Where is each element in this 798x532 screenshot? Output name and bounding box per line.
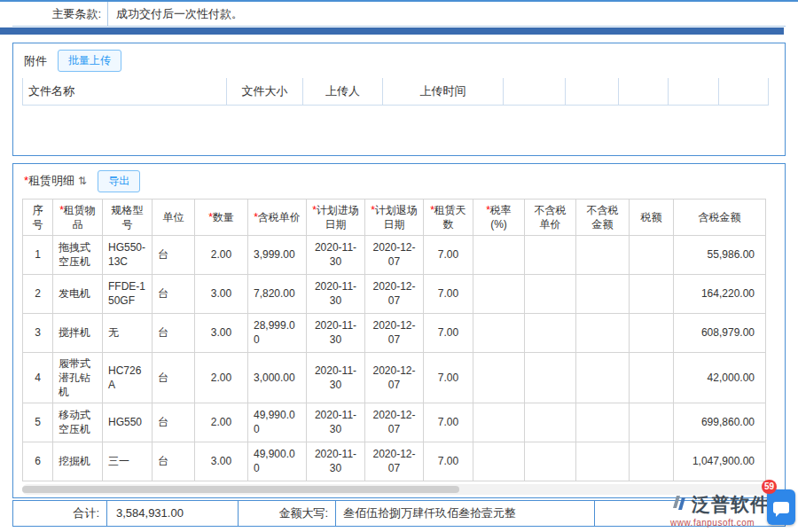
att-col-upload-time: 上传时间 <box>383 78 504 105</box>
att-col-filesize: 文件大小 <box>227 78 303 105</box>
batch-upload-button[interactable]: 批量上传 <box>58 50 121 72</box>
brand-watermark: 泛普软件 www.fanpusoft.com <box>670 492 770 528</box>
col-amount-no-tax: 不含税金额 <box>576 199 630 235</box>
rental-cell-unit: 台 <box>153 313 195 352</box>
rental-cell-item: 移动式空压机 <box>53 403 103 442</box>
rental-cell-index: 5 <box>23 403 53 442</box>
rental-cell-tax <box>630 352 674 403</box>
rental-cell-amount-with-tax: 55,986.00 <box>674 235 766 274</box>
col-label: 计划退场日期 <box>375 204 418 231</box>
rental-cell-price-with-tax: 49,990.00 <box>248 403 307 442</box>
col-label: 计划进场日期 <box>317 204 359 231</box>
col-tax: 税额 <box>630 199 674 235</box>
rental-cell-qty: 3.00 <box>195 442 248 481</box>
col-qty: *数量 <box>195 199 248 235</box>
terms-row: 主要条款: 成功交付后一次性付款。 <box>12 2 786 27</box>
col-unit: 单位 <box>153 199 195 235</box>
rental-cell-amount-with-tax: 699,860.00 <box>674 403 766 442</box>
attachments-empty-body <box>13 106 785 155</box>
rental-cell-tax <box>630 442 674 481</box>
rental-cell-qty: 2.00 <box>195 352 248 403</box>
rental-cell-amount-no-tax <box>576 235 630 274</box>
table-row: 1拖拽式空压机HG550-13C台2.003,999.002020-11-302… <box>23 235 766 274</box>
rental-cell-exit-date: 2020-12-07 <box>365 403 424 442</box>
rental-cell-price-with-tax: 7,820.00 <box>248 274 307 313</box>
rental-cell-tax-rate <box>473 274 525 313</box>
rental-cell-entry-date: 2020-11-30 <box>307 274 365 313</box>
rental-cell-amount-with-tax: 42,000.00 <box>674 352 766 403</box>
rental-cell-days: 7.00 <box>424 442 473 481</box>
col-label: 税率(%) <box>490 204 512 231</box>
rental-cell-exit-date: 2020-12-07 <box>365 352 424 403</box>
rental-cell-amount-no-tax <box>576 403 630 442</box>
rental-cell-amount-no-tax <box>576 274 630 313</box>
sort-icon[interactable]: ⇅ <box>78 175 87 187</box>
rental-cell-qty: 2.00 <box>195 403 248 442</box>
rental-cell-unit: 台 <box>153 442 195 481</box>
col-index: 序号 <box>23 199 53 235</box>
export-button[interactable]: 导出 <box>98 170 140 192</box>
table-row: 6挖掘机三一台3.0049,900.002020-11-302020-12-07… <box>23 442 766 481</box>
rental-cell-tax-rate <box>473 313 525 352</box>
rental-cell-qty: 2.00 <box>195 235 248 274</box>
rental-cell-tax-rate <box>473 352 525 403</box>
col-amount-with-tax: 含税金额 <box>674 199 766 235</box>
rental-cell-spec: 无 <box>103 313 153 352</box>
rental-cell-entry-date: 2020-11-30 <box>307 403 365 442</box>
rental-cell-days: 7.00 <box>424 352 473 403</box>
rental-cell-unit: 台 <box>153 274 195 313</box>
col-tax-rate: *税率(%) <box>473 199 525 235</box>
attachments-table: 文件名称 文件大小 上传人 上传时间 <box>22 78 769 106</box>
col-label: 含税金额 <box>699 211 741 223</box>
scrollbar-thumb[interactable] <box>22 486 459 493</box>
rental-cell-qty: 3.00 <box>195 313 248 352</box>
brand-logo-icon <box>670 494 688 515</box>
col-entry-date: *计划进场日期 <box>307 199 365 235</box>
rental-cell-exit-date: 2020-12-07 <box>365 274 424 313</box>
amount-words-value: 叁佰伍拾捌万肆仟玖佰叁拾壹元整 <box>336 501 595 526</box>
rental-cell-entry-date: 2020-11-30 <box>307 442 365 481</box>
rental-cell-price-no-tax <box>525 442 576 481</box>
att-col-empty <box>719 78 769 105</box>
att-col-empty <box>619 78 669 105</box>
rental-cell-tax-rate <box>473 403 525 442</box>
rental-cell-price-no-tax <box>525 403 576 442</box>
table-row: 3搅拌机无台3.0028,999.002020-11-302020-12-077… <box>23 313 766 352</box>
rental-cell-spec: HG550 <box>103 403 153 442</box>
rental-cell-index: 2 <box>23 274 53 313</box>
rental-cell-price-no-tax <box>525 235 576 274</box>
col-label: 不含税金额 <box>587 204 619 231</box>
att-col-empty <box>669 78 719 105</box>
col-label: 租赁物品 <box>64 204 96 231</box>
rental-cell-price-with-tax: 3,000.00 <box>248 352 307 403</box>
col-exit-date: *计划退场日期 <box>365 199 424 235</box>
rental-cell-tax <box>630 274 674 313</box>
section-divider-bar <box>0 27 784 35</box>
rental-cell-index: 4 <box>23 352 53 403</box>
rental-table-body: 1拖拽式空压机HG550-13C台2.003,999.002020-11-302… <box>23 235 766 481</box>
horizontal-scrollbar[interactable] <box>22 484 776 495</box>
table-row: 2发电机FFDE-150GF台3.007,820.002020-11-30202… <box>23 274 766 313</box>
rental-cell-days: 7.00 <box>424 313 473 352</box>
rental-cell-price-with-tax: 3,999.00 <box>248 235 307 274</box>
col-days: *租赁天数 <box>424 199 473 235</box>
rental-cell-item: 履带式潜孔钻机 <box>53 352 103 403</box>
rental-cell-spec: 三一 <box>103 442 153 481</box>
rental-cell-spec: FFDE-150GF <box>103 274 153 313</box>
rental-cell-tax <box>630 403 674 442</box>
col-spec: 规格型号 <box>103 199 153 235</box>
terms-value: 成功交付后一次性付款。 <box>108 2 243 26</box>
col-label: 序号 <box>33 204 43 231</box>
table-row: 4履带式潜孔钻机HC726A台2.003,000.002020-11-30202… <box>23 352 766 403</box>
col-label: 不含税单价 <box>535 204 567 231</box>
rental-cell-spec: HG550-13C <box>103 235 153 274</box>
att-col-filename: 文件名称 <box>23 78 227 105</box>
rental-cell-price-with-tax: 28,999.00 <box>248 313 307 352</box>
rental-cell-days: 7.00 <box>424 235 473 274</box>
rental-cell-item: 发电机 <box>53 274 103 313</box>
customer-service-widget[interactable]: 59 <box>767 489 795 525</box>
rental-cell-index: 6 <box>23 442 53 481</box>
rental-cell-amount-with-tax: 164,220.00 <box>674 274 766 313</box>
attachments-header-row: 文件名称 文件大小 上传人 上传时间 <box>23 78 769 105</box>
rental-cell-index: 1 <box>23 235 53 274</box>
